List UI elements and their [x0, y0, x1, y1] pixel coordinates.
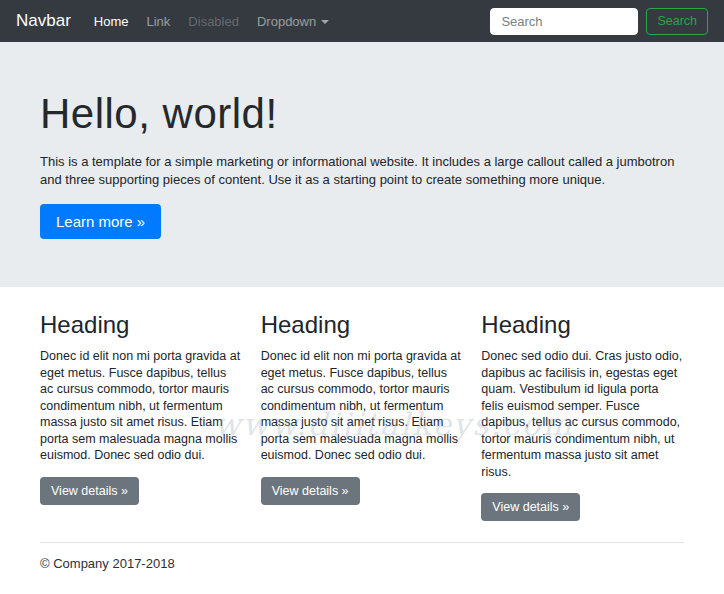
view-details-button-1[interactable]: View details »	[40, 477, 139, 505]
dropdown-label: Dropdown	[257, 14, 316, 29]
nav-item-link[interactable]: Link	[138, 14, 180, 29]
column-heading: Heading	[261, 311, 464, 339]
navbar-links: Home Link Disabled Dropdown	[85, 14, 338, 29]
search-button[interactable]: Search	[646, 8, 708, 35]
learn-more-button[interactable]: Learn more »	[40, 204, 161, 239]
jumbotron-description: This is a template for a simple marketin…	[40, 153, 684, 189]
footer-divider	[40, 542, 684, 543]
column-heading: Heading	[40, 311, 243, 339]
search-input[interactable]	[490, 8, 638, 35]
column-body: Donec id elit non mi porta gravida at eg…	[261, 348, 464, 464]
nav-item-dropdown[interactable]: Dropdown	[248, 14, 338, 29]
column-2: Heading Donec id elit non mi porta gravi…	[261, 311, 464, 521]
page-title: Hello, world!	[40, 90, 684, 138]
search-form: Search	[490, 8, 708, 35]
column-3: Heading Donec sed odio dui. Cras justo o…	[481, 311, 684, 521]
column-body: Donec id elit non mi porta gravida at eg…	[40, 348, 243, 464]
column-heading: Heading	[481, 311, 684, 339]
navbar-brand[interactable]: Navbar	[16, 11, 71, 31]
footer: © Company 2017-2018	[40, 542, 684, 571]
view-details-button-2[interactable]: View details »	[261, 477, 360, 505]
column-body: Donec sed odio dui. Cras justo odio, dap…	[481, 348, 684, 480]
view-details-button-3[interactable]: View details »	[481, 493, 580, 521]
jumbotron: Hello, world! This is a template for a s…	[0, 42, 724, 287]
nav-item-disabled: Disabled	[179, 14, 248, 29]
column-1: Heading Donec id elit non mi porta gravi…	[40, 311, 243, 521]
copyright-text: © Company 2017-2018	[40, 556, 684, 571]
navbar: Navbar Home Link Disabled Dropdown Searc…	[0, 0, 724, 42]
caret-down-icon	[321, 20, 329, 24]
content-columns: Heading Donec id elit non mi porta gravi…	[40, 311, 684, 521]
nav-item-home[interactable]: Home	[85, 14, 138, 29]
